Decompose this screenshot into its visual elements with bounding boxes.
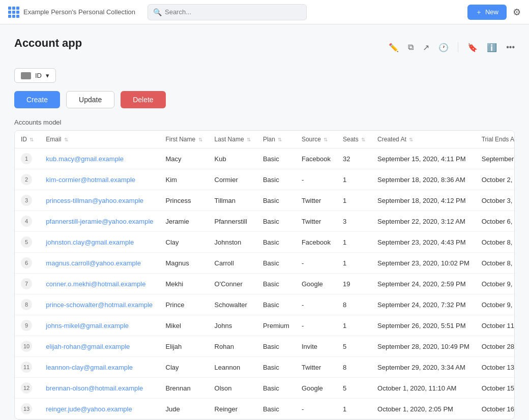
cell-last-name: Schowalter bbox=[209, 294, 257, 315]
cell-source: Twitter bbox=[296, 357, 337, 378]
cell-trial-ends: October 2, 2020, 1 bbox=[476, 169, 515, 190]
cell-last-name: Pfannerstill bbox=[209, 211, 257, 232]
col-email[interactable]: Email ⇅ bbox=[40, 131, 159, 148]
accounts-table-container: ID ⇅ Email ⇅ First Name ⇅ Last Name ⇅ Pl… bbox=[14, 130, 515, 419]
col-first-name[interactable]: First Name ⇅ bbox=[160, 131, 209, 148]
col-plan[interactable]: Plan ⇅ bbox=[257, 131, 296, 148]
cell-id: 6 bbox=[15, 253, 40, 274]
id-badge: 1 bbox=[21, 153, 32, 164]
chevron-down-icon: ▾ bbox=[46, 72, 49, 79]
cell-email[interactable]: pfannerstill-jeramie@yahoo.example bbox=[40, 211, 159, 232]
gear-icon: ⚙ bbox=[513, 7, 521, 17]
cell-created-at: October 1, 2020, 11:10 AM bbox=[371, 378, 476, 399]
table-row: 8 prince-schowalter@hotmail.example Prin… bbox=[15, 294, 515, 315]
cell-email[interactable]: kim-cormier@hotmail.example bbox=[40, 169, 159, 190]
email-link[interactable]: johnston.clay@gmail.example bbox=[46, 238, 134, 246]
cell-created-at: September 24, 2020, 7:32 PM bbox=[371, 294, 476, 315]
cell-source: - bbox=[296, 294, 337, 315]
cell-last-name: Cormier bbox=[209, 169, 257, 190]
cell-email[interactable]: magnus.carroll@yahoo.example bbox=[40, 253, 159, 274]
cell-plan: Basic bbox=[257, 169, 296, 190]
table-row: 9 johns-mikel@gmail.example Mikel Johns … bbox=[15, 315, 515, 336]
email-link[interactable]: prince-schowalter@hotmail.example bbox=[46, 301, 153, 309]
email-link[interactable]: princess-tillman@yahoo.example bbox=[46, 197, 143, 204]
cell-first-name: Jude bbox=[160, 399, 209, 419]
cell-email[interactable]: brennan-olson@hotmail.example bbox=[40, 378, 159, 399]
email-link[interactable]: kub.macy@gmail.example bbox=[46, 155, 124, 163]
cell-id: 5 bbox=[15, 232, 40, 253]
search-icon: 🔍 bbox=[153, 8, 162, 16]
cell-created-at: September 26, 2020, 5:51 PM bbox=[371, 315, 476, 336]
col-id[interactable]: ID ⇅ bbox=[15, 131, 40, 148]
cell-email[interactable]: princess-tillman@yahoo.example bbox=[40, 190, 159, 211]
cell-last-name: Leannon bbox=[209, 357, 257, 378]
cell-first-name: Princess bbox=[160, 190, 209, 211]
email-link[interactable]: elijah-rohan@gmail.example bbox=[46, 343, 130, 350]
search-box[interactable]: 🔍 bbox=[148, 4, 307, 20]
edit-icon[interactable]: ✏️ bbox=[389, 43, 399, 52]
settings-button[interactable]: ⚙ bbox=[513, 7, 521, 18]
new-button[interactable]: ＋ New bbox=[467, 5, 507, 20]
email-link[interactable]: reinger.jude@yahoo.example bbox=[46, 405, 132, 413]
share-icon[interactable]: ↗ bbox=[423, 43, 429, 52]
col-created-at[interactable]: Created At ⇅ bbox=[371, 131, 476, 148]
cell-first-name: Brennan bbox=[160, 378, 209, 399]
cell-plan: Basic bbox=[257, 190, 296, 211]
col-trial-ends[interactable]: Trial Ends At ⇅ bbox=[476, 131, 515, 148]
cell-source: - bbox=[296, 253, 337, 274]
cell-email[interactable]: reinger.jude@yahoo.example bbox=[40, 399, 159, 419]
id-field-icon bbox=[21, 72, 31, 79]
email-link[interactable]: conner.o.mekhi@hotmail.example bbox=[46, 280, 145, 288]
cell-id: 8 bbox=[15, 294, 40, 315]
email-link[interactable]: pfannerstill-jeramie@yahoo.example bbox=[46, 218, 153, 225]
cell-trial-ends: October 8, 2020, 1 bbox=[476, 232, 515, 253]
cell-email[interactable]: elijah-rohan@gmail.example bbox=[40, 336, 159, 357]
cell-email[interactable]: johnston.clay@gmail.example bbox=[40, 232, 159, 253]
more-options-icon[interactable]: ••• bbox=[506, 43, 515, 52]
cell-id: 11 bbox=[15, 357, 40, 378]
title-icons: ✏️ ⧉ ↗ 🕐 🔖 ℹ️ ••• bbox=[389, 42, 515, 52]
email-link[interactable]: johns-mikel@gmail.example bbox=[46, 322, 129, 329]
update-button[interactable]: Update bbox=[66, 91, 114, 108]
create-button[interactable]: Create bbox=[14, 91, 60, 108]
cell-plan: Basic bbox=[257, 357, 296, 378]
duplicate-icon[interactable]: ⧉ bbox=[408, 43, 414, 52]
cell-source: Twitter bbox=[296, 190, 337, 211]
cell-email[interactable]: conner.o.mekhi@hotmail.example bbox=[40, 274, 159, 294]
col-seats[interactable]: Seats ⇅ bbox=[337, 131, 371, 148]
cell-id: 7 bbox=[15, 274, 40, 294]
cell-last-name: Johns bbox=[209, 315, 257, 336]
col-last-name[interactable]: Last Name ⇅ bbox=[209, 131, 257, 148]
cell-source: - bbox=[296, 399, 337, 419]
cell-last-name: Tillman bbox=[209, 190, 257, 211]
cell-first-name: Elijah bbox=[160, 336, 209, 357]
page-title-row: Account app ✏️ ⧉ ↗ 🕐 🔖 ℹ️ ••• bbox=[14, 37, 515, 58]
cell-seats: 1 bbox=[337, 253, 371, 274]
cell-id: 4 bbox=[15, 211, 40, 232]
id-dropdown-label: ID bbox=[35, 72, 42, 79]
id-badge: 10 bbox=[21, 341, 32, 352]
bookmark-icon[interactable]: 🔖 bbox=[467, 43, 478, 52]
email-link[interactable]: leannon-clay@gmail.example bbox=[46, 364, 133, 371]
cell-email[interactable]: kub.macy@gmail.example bbox=[40, 148, 159, 169]
cell-plan: Basic bbox=[257, 294, 296, 315]
info-icon[interactable]: ℹ️ bbox=[487, 43, 497, 52]
email-link[interactable]: kim-cormier@hotmail.example bbox=[46, 176, 135, 184]
cell-plan: Basic bbox=[257, 232, 296, 253]
id-dropdown[interactable]: ID ▾ bbox=[14, 68, 56, 83]
cell-last-name: Johnston bbox=[209, 232, 257, 253]
cell-email[interactable]: leannon-clay@gmail.example bbox=[40, 357, 159, 378]
cell-email[interactable]: johns-mikel@gmail.example bbox=[40, 315, 159, 336]
table-row: 2 kim-cormier@hotmail.example Kim Cormie… bbox=[15, 169, 515, 190]
search-input[interactable] bbox=[165, 8, 302, 16]
email-link[interactable]: brennan-olson@hotmail.example bbox=[46, 384, 143, 392]
cell-seats: 1 bbox=[337, 190, 371, 211]
cell-plan: Basic bbox=[257, 336, 296, 357]
history-icon[interactable]: 🕐 bbox=[438, 43, 449, 52]
collection-label[interactable]: Example Person's Personal Collection bbox=[23, 8, 135, 16]
cell-email[interactable]: prince-schowalter@hotmail.example bbox=[40, 294, 159, 315]
delete-button[interactable]: Delete bbox=[121, 91, 165, 108]
col-source[interactable]: Source ⇅ bbox=[296, 131, 337, 148]
email-link[interactable]: magnus.carroll@yahoo.example bbox=[46, 259, 141, 267]
cell-trial-ends: October 8, 2020, 1 bbox=[476, 253, 515, 274]
